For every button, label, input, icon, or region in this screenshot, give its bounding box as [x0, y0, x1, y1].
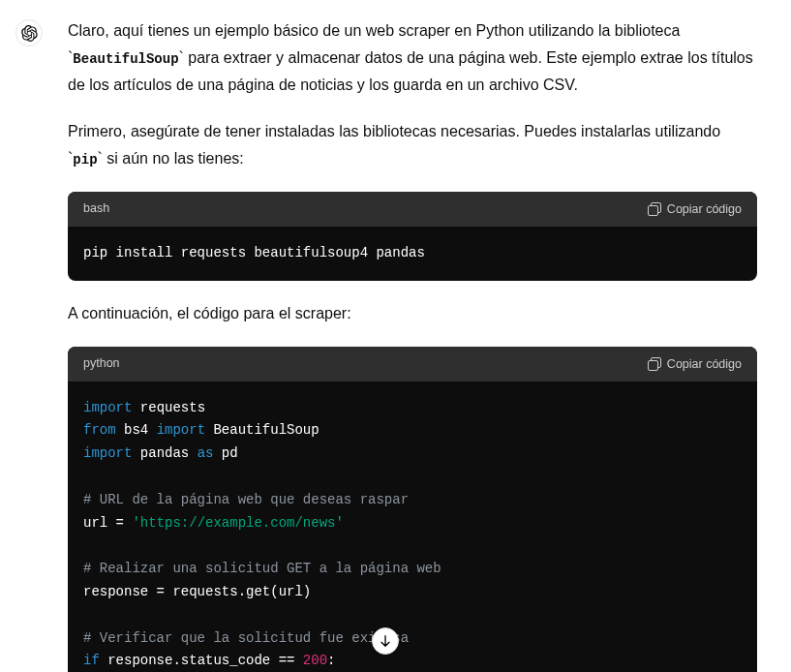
inline-code-pip: pip — [73, 152, 97, 168]
scroll-down-button[interactable] — [372, 627, 399, 655]
install-paragraph: Primero, asegúrate de tener instaladas l… — [68, 118, 757, 172]
intro-paragraph: Claro, aquí tienes un ejemplo básico de … — [68, 17, 757, 99]
copy-label: Copiar código — [667, 357, 742, 371]
python-code-block: python Copiar código import requests fro… — [68, 347, 757, 672]
copy-code-button[interactable]: Copiar código — [648, 357, 742, 371]
code-header: bash Copiar código — [68, 192, 757, 227]
copy-code-button[interactable]: Copiar código — [648, 202, 742, 216]
copy-icon — [648, 202, 661, 216]
copy-icon — [648, 357, 661, 371]
code-lang-label: python — [83, 353, 120, 375]
code-lang-label: bash — [83, 199, 109, 220]
copy-label: Copiar código — [667, 202, 742, 216]
continuation-paragraph: A continuación, el código para el scrape… — [68, 300, 757, 327]
python-code[interactable]: import requests from bs4 import Beautifu… — [68, 382, 757, 672]
openai-logo-icon — [21, 25, 38, 42]
message-content: Claro, aquí tienes un ejemplo básico de … — [68, 17, 757, 672]
assistant-avatar — [15, 19, 43, 46]
arrow-down-icon — [378, 633, 393, 649]
code-header: python Copiar código — [68, 347, 757, 382]
bash-code-block: bash Copiar código pip install requests … — [68, 192, 757, 281]
bash-code[interactable]: pip install requests beautifulsoup4 pand… — [68, 227, 757, 281]
install-text-2: ` si aún no las tienes: — [98, 150, 244, 167]
inline-code-beautifulsoup: BeautifulSoup — [73, 51, 178, 67]
